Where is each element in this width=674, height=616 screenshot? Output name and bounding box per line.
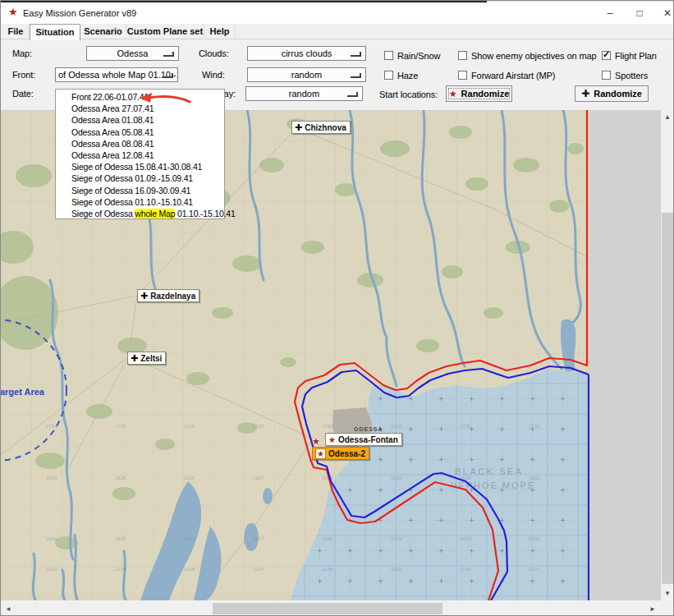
horizontal-scrollbar[interactable]: ◄ ► <box>1 600 661 616</box>
map-label-razdelnaya[interactable]: ✚Razdelnaya <box>137 289 199 302</box>
map-label-odessa-2[interactable]: ★Odessa-2 <box>312 447 369 460</box>
dropdown-item[interactable]: Siege of Odessa 01.10.-15.10.41 <box>56 196 224 208</box>
scroll-right-icon[interactable]: ► <box>649 605 656 613</box>
horizontal-scrollbar-thumb[interactable] <box>213 603 442 614</box>
red-annotation-arrow-icon <box>139 91 191 106</box>
tab-file[interactable]: File <box>3 24 29 39</box>
clouds-label: Clouds: <box>199 48 229 58</box>
rain-snow-checkbox[interactable]: Rain/Snow <box>384 50 440 61</box>
app-window: ★ Easy Mission Generator v89 – □ ✕ File … <box>0 0 674 616</box>
dropdown-item[interactable]: Odessa Area 05.08.41 <box>56 126 224 138</box>
tab-help[interactable]: Help <box>204 24 236 39</box>
checkbox-icon <box>384 51 393 60</box>
vertical-scrollbar-thumb[interactable] <box>662 213 674 584</box>
combo-dash-icon <box>163 73 173 78</box>
wind-label: Wind: <box>202 70 225 80</box>
plus-icon: ✚ <box>131 353 138 364</box>
red-star-icon: ★ <box>449 89 457 99</box>
time-of-day-combobox[interactable]: random <box>245 86 363 101</box>
marker-label: Chizhnova <box>305 123 346 132</box>
marker-label: Odessa-2 <box>328 449 365 458</box>
scroll-left-icon[interactable]: ◄ <box>5 605 11 613</box>
combo-dash-icon <box>347 92 358 97</box>
marker-label: Odessa-Fontan <box>338 435 398 444</box>
combo-dash-icon <box>351 52 361 57</box>
checkbox-icon <box>602 51 611 60</box>
map-label-chizhnova[interactable]: ✚Chizhnova <box>291 121 351 134</box>
tab-bar: File Situation Scenario Custom Plane set… <box>1 24 673 39</box>
scroll-up-icon[interactable]: ▲ <box>664 113 671 121</box>
scrollbar-corner <box>661 600 674 616</box>
dropdown-item[interactable]: Siege of Odessa 15.08.41-30.08.41 <box>56 161 224 172</box>
highlighted-text: whole Map <box>135 209 175 218</box>
checkbox-icon <box>458 51 467 60</box>
star-icon: ★ <box>317 449 324 458</box>
app-icon: ★ <box>8 6 18 18</box>
checkbox-icon <box>384 71 393 80</box>
checkbox-icon <box>458 71 467 80</box>
map-combobox[interactable]: Odessa <box>86 46 179 61</box>
dropdown-item[interactable]: Siege of Odessa 16.09-30.09.41 <box>56 185 224 196</box>
star-icon: ★ <box>328 435 336 444</box>
dropdown-item[interactable]: Odessa Area 12.08.41 <box>56 149 224 161</box>
start-locations-label: Start locations: <box>379 90 438 99</box>
map-star-marker[interactable]: ★ <box>312 436 320 447</box>
plus-icon: ✚ <box>140 291 148 301</box>
checkbox-icon <box>602 71 611 80</box>
vertical-scrollbar[interactable]: ▲ ▼ <box>661 110 674 600</box>
window-title: Easy Mission Generator v89 <box>23 8 136 18</box>
date-label: Date: <box>12 89 34 99</box>
tab-scenario[interactable]: Scenario <box>80 24 126 39</box>
title-bar: ★ Easy Mission Generator v89 – □ ✕ <box>1 2 673 24</box>
wind-combobox[interactable]: random <box>247 67 366 82</box>
dropdown-item[interactable]: Siege of Odessa 01.09.-15.09.41 <box>56 172 224 184</box>
map-void-area <box>589 110 661 600</box>
forward-airstart-checkbox[interactable]: Forward Airstart (MP) <box>458 70 555 80</box>
spotters-checkbox[interactable]: Spotters <box>602 70 648 80</box>
map-label-odessa-fontan[interactable]: ★Odessa-Fontan <box>325 433 402 446</box>
marker-label: Razdelnaya <box>150 292 195 301</box>
plus-icon: ✚ <box>295 122 302 133</box>
haze-checkbox[interactable]: Haze <box>384 70 418 80</box>
front-combobox[interactable]: of Odessa whole Map 01.10.-15.10.41 <box>55 67 178 82</box>
close-button[interactable]: ✕ <box>655 3 674 23</box>
tab-custom-plane-set[interactable]: Custom Plane set <box>126 24 204 39</box>
marker-label: Zeltsi <box>140 354 162 363</box>
plus-icon: ✚ <box>581 88 589 99</box>
combo-dash-icon <box>163 52 174 57</box>
front-label: Front: <box>12 70 35 80</box>
combo-dash-icon <box>351 73 361 78</box>
dropdown-item[interactable]: Odessa Area 08.08.41 <box>56 138 224 149</box>
clouds-combobox[interactable]: cirrus clouds <box>247 46 366 61</box>
front-dropdown-list: Front 22.06-01.07.41Odessa Area 27.07.41… <box>55 89 225 219</box>
tab-situation[interactable]: Situation <box>30 24 80 40</box>
randomize-plus-button[interactable]: ✚ Randomize <box>575 85 649 102</box>
star-icon: ★ <box>315 448 326 459</box>
flight-plan-checkbox[interactable]: Flight Plan <box>602 50 657 61</box>
show-enemy-objectives-checkbox[interactable]: Show enemy objectives on map <box>458 50 597 61</box>
map-label-zeltsi[interactable]: ✚Zeltsi <box>127 352 166 365</box>
dropdown-item[interactable]: Odessa Area 01.08.41 <box>56 114 224 126</box>
scroll-down-icon[interactable]: ▼ <box>664 590 671 597</box>
dropdown-item[interactable]: Siege of Odessa whole Map 01.10.-15.10.4… <box>56 208 224 219</box>
map-label: Map: <box>12 48 32 58</box>
randomize-start-locations-button[interactable]: ★ Randomize <box>446 85 512 102</box>
maximize-button[interactable]: □ <box>627 3 652 23</box>
minimize-button[interactable]: – <box>598 3 622 23</box>
